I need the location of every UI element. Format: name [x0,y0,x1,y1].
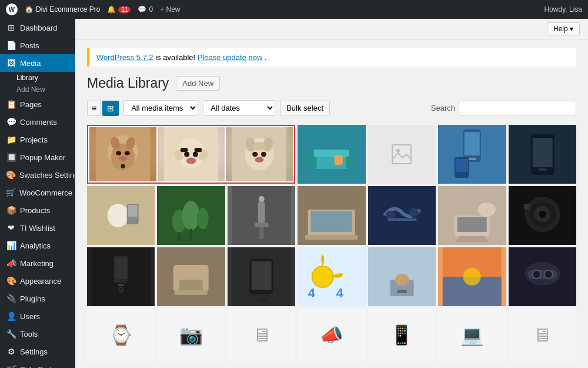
sidebar-item-settings[interactable]: ⚙ Settings [0,343,75,360]
media-item[interactable] [87,186,155,245]
media-type-filter[interactable]: All media items Images Audio Video Docum… [123,100,198,116]
media-item[interactable] [438,125,506,184]
products-icon: 📦 [6,205,16,215]
media-item[interactable]: 🖥 [228,309,295,362]
svg-point-14 [193,151,198,157]
sidebar-label-users: Users [20,312,40,321]
media-item[interactable] [89,127,156,181]
media-item[interactable] [157,186,225,245]
media-item[interactable]: 📣 [298,309,365,362]
list-view-button[interactable]: ≡ [87,101,101,116]
media-toolbar: ≡ ⊞ All media items Images Audio Video D… [87,100,576,116]
svg-point-58 [259,196,265,202]
view-toggle: ≡ ⊞ [87,101,119,116]
wp-logo-area[interactable]: W [6,4,18,15]
svg-point-24 [255,157,264,163]
admin-bar-right: Howdy, Lisa [544,5,582,14]
media-item[interactable] [509,125,576,184]
media-item[interactable] [87,247,155,306]
media-item[interactable] [157,247,225,306]
svg-point-97 [395,274,409,286]
sidebar-item-dashboard[interactable]: ⊞ Dashboard [0,19,75,37]
media-item[interactable]: 💻 [438,309,506,362]
sidebar-label-appearance: Appearance [20,277,61,286]
sidebar-item-posts[interactable]: 📄 Posts [0,37,75,54]
sidebar-item-marketing[interactable]: 📣 Marketing [0,254,75,272]
media-item[interactable]: 📱 [368,309,436,362]
sidebar-label-media: Media [20,59,41,68]
media-item[interactable]: 44 [298,247,365,306]
users-icon: 👤 [6,311,16,321]
svg-point-25 [253,142,266,151]
sidebar-sub-library[interactable]: Library [0,72,75,84]
popup-maker-icon: 🔲 [6,152,16,162]
media-item[interactable] [298,125,365,184]
notice-wp-link[interactable]: WordPress 5.7.2 [96,53,153,62]
media-item[interactable] [298,186,365,245]
sidebar-item-popup-maker[interactable]: 🔲 Popup Maker [0,148,75,166]
sidebar-label-marketing: Marketing [20,259,54,268]
bulk-select-button[interactable]: Bulk select [280,101,330,115]
sidebar-item-users[interactable]: 👤 Users [0,307,75,325]
notice-update-link[interactable]: Please update now [198,53,263,62]
notif-icon: 🔔 [107,5,116,14]
media-icon: 🖼 [6,58,16,68]
sidebar-item-products[interactable]: 📦 Products [0,201,75,219]
tools-icon: 🔧 [6,329,16,339]
sidebar-item-comments[interactable]: 💬 Comments [0,113,75,131]
comments-item[interactable]: 💬 0 [138,5,153,14]
media-item[interactable] [509,186,576,245]
sidebar-sub-add-new[interactable]: Add New [0,84,75,95]
sidebar-item-analytics[interactable]: 📊 Analytics [0,237,75,254]
media-item[interactable] [368,186,436,245]
sidebar-item-side-cart[interactable]: 🛒 Side Cart [0,360,75,368]
media-grid: 44 ⌚ 📷 🖥 📣 [87,125,576,367]
sidebar-item-pages[interactable]: 📋 Pages [0,95,75,113]
svg-rect-39 [456,159,468,172]
add-new-button[interactable]: Add New [176,76,220,91]
comment-icon: 💬 [138,5,146,14]
side-cart-icon: 🛒 [6,364,16,368]
sidebar-label-products: Products [20,206,50,215]
svg-rect-53 [190,229,192,241]
sidebar-item-media[interactable]: 🖼 Media [0,54,75,72]
media-item[interactable] [509,247,576,306]
sidebar-item-tools[interactable]: 🔧 Tools [0,325,75,343]
update-notice: WordPress 5.7.2 is available! Please upd… [87,48,576,67]
grid-view-button[interactable]: ⊞ [102,101,119,116]
sidebar-item-plugins[interactable]: 🔌 Plugins [0,290,75,307]
new-item[interactable]: + New [160,5,180,14]
media-item[interactable]: 📷 [157,309,225,362]
media-item[interactable] [228,186,295,245]
site-name[interactable]: 🏠 Divi Ecommerce Pro [25,5,100,14]
search-input[interactable] [459,101,576,115]
list-view-icon: ≡ [92,104,96,113]
svg-text:4: 4 [308,286,316,300]
svg-marker-70 [455,236,490,242]
sidebar-item-swatches-settings[interactable]: 🎨 Swatches Settings [0,166,75,184]
media-item[interactable] [228,247,295,306]
sidebar-item-appearance[interactable]: 🎨 Appearance [0,272,75,290]
sidebar-item-ti-wishlist[interactable]: ❤ TI Wishlist [0,219,75,237]
sidebar-item-projects[interactable]: 📁 Projects [0,131,75,148]
media-item[interactable] [438,186,506,245]
help-button[interactable]: Help ▾ [547,22,580,35]
svg-rect-98 [397,290,406,293]
sidebar-item-woocommerce[interactable]: 🛒 WooCommerce [0,184,75,201]
svg-point-8 [121,164,125,168]
media-item[interactable] [226,127,293,181]
notifications-item[interactable]: 🔔 11 [107,5,131,14]
media-item[interactable]: 🖥 [509,309,576,362]
sidebar-label-posts: Posts [20,41,39,50]
svg-rect-56 [255,223,269,227]
media-item[interactable] [438,247,506,306]
sidebar-label-popup-maker: Popup Maker [20,153,65,162]
media-item[interactable] [368,125,436,184]
sidebar-label-swatches: Swatches Settings [19,171,75,180]
search-label: Search [431,104,455,112]
media-item[interactable] [158,127,225,181]
svg-point-6 [125,151,130,155]
media-item[interactable] [368,247,436,306]
media-item[interactable]: ⌚ [87,309,155,362]
date-filter[interactable]: All dates January 2021 February 2021 [203,100,275,116]
